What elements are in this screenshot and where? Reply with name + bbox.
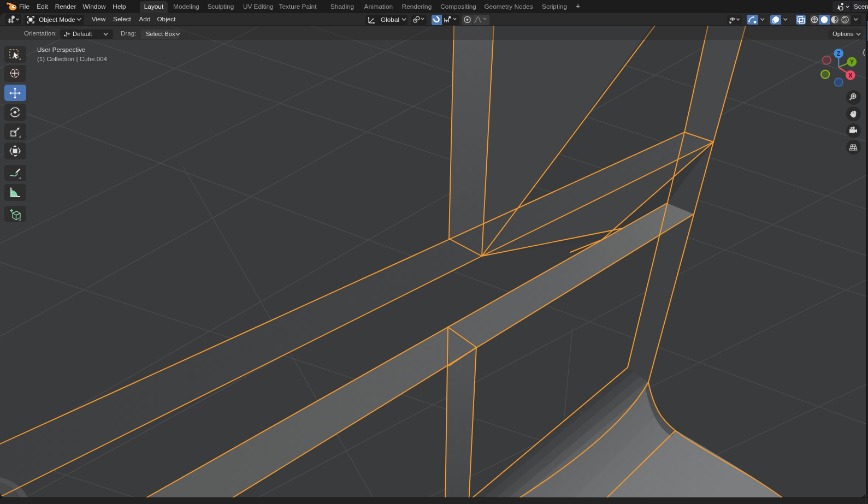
svg-text:Y: Y xyxy=(850,58,854,65)
svg-text:Z: Z xyxy=(837,50,841,57)
svg-text:X: X xyxy=(848,72,853,79)
